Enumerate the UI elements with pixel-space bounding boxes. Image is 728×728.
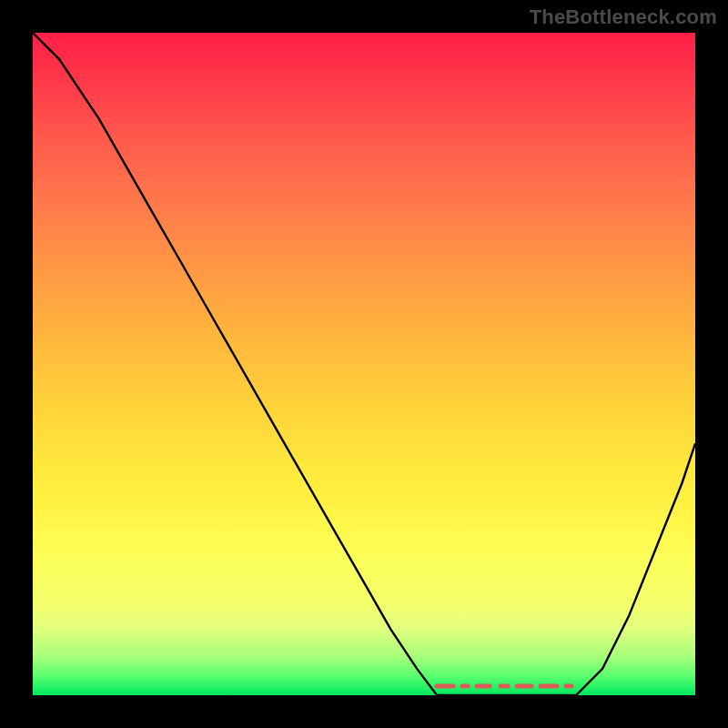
- bottleneck-curve: [33, 33, 695, 695]
- chart-canvas: TheBottleneck.com: [0, 0, 728, 728]
- watermark-text: TheBottleneck.com: [530, 5, 717, 29]
- plot-area: [33, 33, 695, 695]
- curve-path: [33, 33, 695, 695]
